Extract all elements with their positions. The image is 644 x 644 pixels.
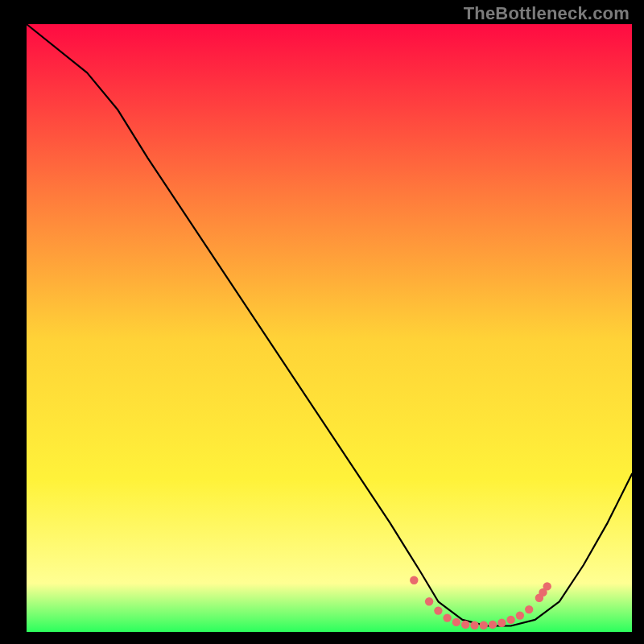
optimal-dot <box>480 621 488 630</box>
optimal-dot <box>443 613 451 621</box>
watermark-text: TheBottleneck.com <box>464 3 630 24</box>
optimal-dot <box>434 606 442 614</box>
optimal-dot <box>470 621 478 630</box>
plot-area <box>27 24 632 632</box>
optimal-dot <box>461 621 469 629</box>
optimal-dot <box>506 616 514 624</box>
optimal-dot <box>410 576 418 584</box>
bottleneck-chart <box>0 0 644 644</box>
optimal-dot <box>489 621 497 629</box>
optimal-dot <box>525 605 533 613</box>
optimal-dot <box>452 618 460 626</box>
optimal-dot <box>516 611 524 619</box>
optimal-dot <box>543 582 551 590</box>
optimal-dot <box>497 619 506 627</box>
chart-frame: { "watermark": "TheBottleneck.com", "col… <box>0 0 644 644</box>
optimal-dot <box>425 597 433 605</box>
